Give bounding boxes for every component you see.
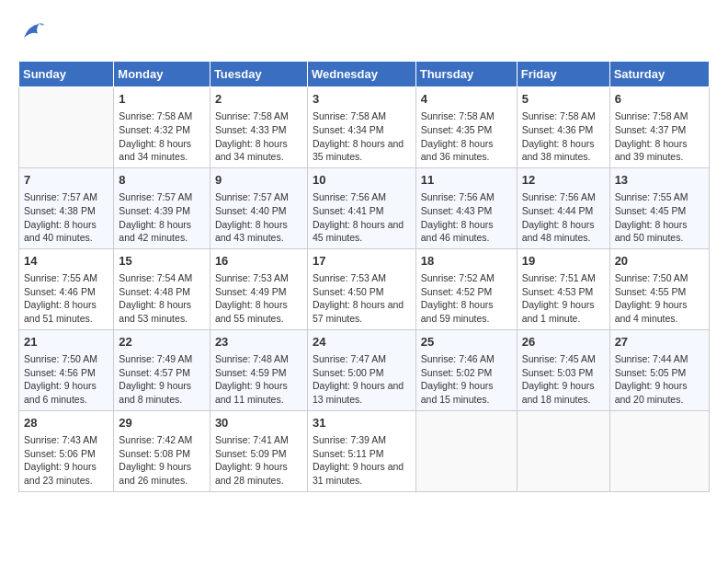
calendar-cell: 13Sunrise: 7:55 AMSunset: 4:45 PMDayligh… [609, 167, 709, 248]
day-number: 7 [24, 172, 108, 189]
day-number: 25 [421, 334, 512, 350]
daylight-text: Daylight: 9 hours and 4 minutes. [615, 299, 688, 324]
calendar-cell: 7Sunrise: 7:57 AMSunset: 4:38 PMDaylight… [19, 167, 114, 248]
sunset-text: Sunset: 4:38 PM [24, 205, 96, 216]
sunset-text: Sunset: 4:48 PM [119, 286, 190, 297]
daylight-text: Daylight: 9 hours and 13 minutes. [313, 380, 404, 405]
header-tuesday: Tuesday [210, 62, 307, 87]
daylight-text: Daylight: 8 hours and 43 minutes. [215, 219, 288, 244]
sunset-text: Sunset: 5:08 PM [119, 448, 190, 459]
calendar-cell: 8Sunrise: 7:57 AMSunset: 4:39 PMDaylight… [114, 167, 210, 248]
sunset-text: Sunset: 5:02 PM [421, 367, 493, 378]
calendar-cell: 19Sunrise: 7:51 AMSunset: 4:53 PMDayligh… [517, 248, 609, 329]
calendar-cell: 4Sunrise: 7:58 AMSunset: 4:35 PMDaylight… [415, 87, 517, 168]
daylight-text: Daylight: 8 hours and 34 minutes. [119, 138, 191, 163]
sunset-text: Sunset: 5:09 PM [215, 448, 287, 459]
calendar-week-row: 1Sunrise: 7:58 AMSunset: 4:32 PMDaylight… [19, 87, 710, 168]
daylight-text: Daylight: 9 hours and 8 minutes. [119, 380, 191, 405]
day-number: 24 [313, 334, 411, 350]
calendar-cell: 20Sunrise: 7:50 AMSunset: 4:55 PMDayligh… [609, 248, 709, 329]
sunset-text: Sunset: 4:44 PM [522, 205, 594, 216]
calendar-week-row: 7Sunrise: 7:57 AMSunset: 4:38 PMDaylight… [19, 167, 710, 248]
day-number: 26 [522, 334, 605, 350]
sunrise-text: Sunrise: 7:44 AM [615, 353, 688, 364]
calendar-cell: 18Sunrise: 7:52 AMSunset: 4:52 PMDayligh… [415, 248, 517, 329]
day-number: 15 [119, 253, 205, 270]
daylight-text: Daylight: 9 hours and 26 minutes. [119, 461, 191, 486]
day-number: 16 [215, 253, 302, 270]
sunrise-text: Sunrise: 7:58 AM [421, 110, 495, 121]
calendar-cell: 23Sunrise: 7:48 AMSunset: 4:59 PMDayligh… [210, 329, 307, 410]
day-number: 1 [119, 91, 205, 108]
sunset-text: Sunset: 4:46 PM [24, 286, 96, 297]
daylight-text: Daylight: 9 hours and 15 minutes. [421, 380, 494, 405]
sunrise-text: Sunrise: 7:53 AM [215, 272, 289, 283]
sunrise-text: Sunrise: 7:52 AM [421, 272, 495, 283]
sunset-text: Sunset: 5:05 PM [615, 367, 687, 378]
sunrise-text: Sunrise: 7:54 AM [119, 272, 192, 283]
sunset-text: Sunset: 4:33 PM [215, 124, 287, 135]
sunset-text: Sunset: 4:36 PM [522, 124, 594, 135]
day-number: 23 [215, 334, 302, 350]
calendar-cell [19, 87, 114, 168]
day-number: 19 [522, 253, 605, 270]
sunrise-text: Sunrise: 7:55 AM [24, 272, 97, 283]
calendar-cell: 1Sunrise: 7:58 AMSunset: 4:32 PMDaylight… [114, 87, 210, 168]
sunset-text: Sunset: 4:57 PM [119, 367, 190, 378]
daylight-text: Daylight: 8 hours and 55 minutes. [215, 299, 288, 324]
calendar-cell: 24Sunrise: 7:47 AMSunset: 5:00 PMDayligh… [307, 329, 415, 410]
sunset-text: Sunset: 5:03 PM [522, 367, 594, 378]
day-number: 5 [522, 91, 605, 108]
sunset-text: Sunset: 4:45 PM [615, 205, 687, 216]
day-number: 11 [421, 172, 512, 189]
calendar-cell: 16Sunrise: 7:53 AMSunset: 4:49 PMDayligh… [210, 248, 307, 329]
sunrise-text: Sunrise: 7:42 AM [119, 434, 192, 445]
calendar-cell: 17Sunrise: 7:53 AMSunset: 4:50 PMDayligh… [307, 248, 415, 329]
daylight-text: Daylight: 8 hours and 59 minutes. [421, 299, 494, 324]
calendar-cell [517, 410, 609, 491]
sunset-text: Sunset: 4:49 PM [215, 286, 287, 297]
logo-bird-icon [18, 18, 46, 46]
sunrise-text: Sunrise: 7:56 AM [421, 191, 495, 202]
day-number: 10 [313, 172, 411, 189]
daylight-text: Daylight: 8 hours and 39 minutes. [615, 138, 688, 163]
calendar-cell: 9Sunrise: 7:57 AMSunset: 4:40 PMDaylight… [210, 167, 307, 248]
daylight-text: Daylight: 9 hours and 23 minutes. [24, 461, 97, 486]
sunrise-text: Sunrise: 7:50 AM [24, 353, 97, 364]
day-number: 12 [522, 172, 605, 189]
header-wednesday: Wednesday [307, 62, 415, 87]
sunset-text: Sunset: 4:52 PM [421, 286, 493, 297]
header-friday: Friday [517, 62, 609, 87]
sunrise-text: Sunrise: 7:46 AM [421, 353, 495, 364]
calendar-cell: 10Sunrise: 7:56 AMSunset: 4:41 PMDayligh… [307, 167, 415, 248]
sunrise-text: Sunrise: 7:57 AM [24, 191, 97, 202]
daylight-text: Daylight: 8 hours and 46 minutes. [421, 219, 494, 244]
daylight-text: Daylight: 9 hours and 6 minutes. [24, 380, 97, 405]
calendar-header-row: Sunday Monday Tuesday Wednesday Thursday… [19, 62, 710, 87]
daylight-text: Daylight: 8 hours and 42 minutes. [119, 219, 191, 244]
sunrise-text: Sunrise: 7:47 AM [313, 353, 386, 364]
day-number: 31 [313, 415, 411, 431]
calendar-cell: 21Sunrise: 7:50 AMSunset: 4:56 PMDayligh… [19, 329, 114, 410]
daylight-text: Daylight: 8 hours and 34 minutes. [215, 138, 288, 163]
calendar-cell: 25Sunrise: 7:46 AMSunset: 5:02 PMDayligh… [415, 329, 517, 410]
day-number: 20 [615, 253, 704, 270]
sunset-text: Sunset: 4:39 PM [119, 205, 190, 216]
sunrise-text: Sunrise: 7:50 AM [615, 272, 688, 283]
sunrise-text: Sunrise: 7:58 AM [215, 110, 289, 121]
calendar-cell: 12Sunrise: 7:56 AMSunset: 4:44 PMDayligh… [517, 167, 609, 248]
calendar-week-row: 14Sunrise: 7:55 AMSunset: 4:46 PMDayligh… [19, 248, 710, 329]
calendar-cell: 27Sunrise: 7:44 AMSunset: 5:05 PMDayligh… [609, 329, 709, 410]
sunrise-text: Sunrise: 7:56 AM [313, 191, 386, 202]
sunrise-text: Sunrise: 7:58 AM [313, 110, 386, 121]
calendar-cell: 26Sunrise: 7:45 AMSunset: 5:03 PMDayligh… [517, 329, 609, 410]
calendar-cell: 6Sunrise: 7:58 AMSunset: 4:37 PMDaylight… [609, 87, 709, 168]
sunrise-text: Sunrise: 7:45 AM [522, 353, 596, 364]
sunset-text: Sunset: 4:41 PM [313, 205, 384, 216]
sunrise-text: Sunrise: 7:48 AM [215, 353, 289, 364]
sunset-text: Sunset: 4:50 PM [313, 286, 384, 297]
calendar-cell: 22Sunrise: 7:49 AMSunset: 4:57 PMDayligh… [114, 329, 210, 410]
sunrise-text: Sunrise: 7:39 AM [313, 434, 386, 445]
daylight-text: Daylight: 8 hours and 40 minutes. [24, 219, 97, 244]
day-number: 9 [215, 172, 302, 189]
